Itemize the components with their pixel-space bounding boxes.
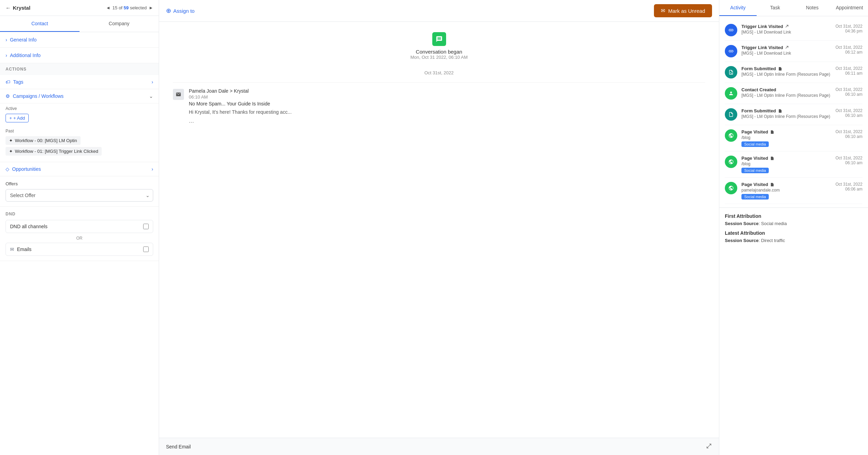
general-info-chevron-icon: ›	[6, 37, 7, 43]
nav-next-icon[interactable]: ►	[149, 5, 153, 10]
workflow-label-0: Workflow - 00: [MGS] LM Optin	[15, 138, 77, 143]
activity-item-3: Contact Created [MGS] - LM Optin Inline …	[725, 83, 862, 104]
plus-icon: +	[9, 115, 12, 121]
back-arrow-icon: ←	[6, 5, 11, 11]
activity-sub-5: /blog	[741, 135, 831, 140]
activity-icon-0	[725, 24, 737, 36]
actions-label: ACTIONS	[0, 63, 159, 75]
conversation-began-date: Mon, Oct 31 2022, 06:10 AM	[410, 55, 468, 60]
activity-icon-7	[725, 182, 737, 194]
select-offer-dropdown[interactable]: Select Offer	[6, 189, 153, 202]
tab-contact[interactable]: Contact	[0, 16, 80, 32]
activity-body-0: Trigger Link Visited [MGS] - LM Download…	[741, 24, 831, 35]
activity-sub-1: [MGS] - LM Download Link	[741, 51, 831, 56]
dnd-label: DND	[6, 212, 153, 216]
campaigns-row[interactable]: ⚙ Campaigns / Workflows ⌄	[0, 89, 159, 103]
activity-title-2: Form Submitted	[741, 66, 831, 71]
opportunities-row[interactable]: ◇ Opportunities ›	[0, 162, 159, 176]
tags-chevron-icon: ›	[151, 79, 153, 85]
assign-to-label: Assign to	[173, 8, 195, 14]
left-header: ← Krystal ◄ 15 of 59 selected ►	[0, 0, 159, 16]
attribution-section: First Attribution Session Source: Social…	[719, 207, 868, 250]
latest-attribution-session: Session Source: Direct traffic	[725, 238, 862, 243]
activity-item-7: Page Visited pamelajoandale.com Social m…	[725, 178, 862, 204]
opportunities-chevron-icon: ›	[151, 166, 153, 172]
send-email-label: Send Email	[166, 444, 191, 449]
activity-icon-2	[725, 66, 737, 78]
activity-date-7: Oct 31st, 2022 06:06 am	[835, 182, 862, 192]
tags-row[interactable]: 🏷 Tags ›	[0, 75, 159, 89]
additional-info-section: › Additional Info	[0, 48, 159, 63]
activity-item-6: Page Visited /blog Social media Oct 31st…	[725, 151, 862, 178]
activity-body-4: Form Submitted [MGS] - LM Optin Inline F…	[741, 108, 831, 119]
activity-sub-6: /blog	[741, 161, 831, 166]
mark-unread-button[interactable]: ✉ Mark as Unread	[654, 4, 712, 17]
activity-icon-3	[725, 87, 737, 100]
activity-title-5: Page Visited	[741, 129, 831, 134]
send-bar: Send Email	[159, 438, 719, 455]
email-mark-icon: ✉	[661, 8, 665, 14]
workflow-icon-1: ✦	[9, 149, 13, 154]
back-button[interactable]: ← Krystal	[6, 5, 30, 11]
contact-tabs: Contact Company	[0, 16, 159, 32]
nav-counter: ◄ 15 of 59 selected ►	[106, 5, 153, 10]
additional-info-label: Additional Info	[10, 53, 41, 58]
tab-company[interactable]: Company	[80, 16, 159, 32]
opportunities-label: Opportunities	[12, 166, 41, 172]
campaigns-row-left: ⚙ Campaigns / Workflows	[6, 93, 64, 99]
first-attribution-session: Session Source: Social media	[725, 221, 862, 226]
email-preview: Hi Krystal, It's here! Thanks for reques…	[189, 109, 705, 116]
activity-icon-6	[725, 156, 737, 168]
emails-row: ✉ Emails	[6, 243, 153, 256]
general-info-header[interactable]: › General Info	[0, 32, 159, 47]
dnd-all-channels-text: DND all channels	[10, 224, 47, 229]
emails-checkbox[interactable]	[143, 247, 149, 252]
middle-header: ⊕ Assign to ✉ Mark as Unread	[159, 0, 719, 22]
workflow-tag-0: ✦ Workflow - 00: [MGS] LM Optin	[6, 136, 81, 145]
offers-label: Offers	[6, 181, 153, 186]
social-badge-5: Social media	[741, 141, 769, 147]
add-btn-inner: + + Add	[6, 114, 29, 122]
activity-body-3: Contact Created [MGS] - LM Optin Inline …	[741, 87, 831, 98]
activity-date-6: Oct 31st, 2022 06:10 am	[835, 156, 862, 165]
activity-item-2: Form Submitted [MGS] - LM Optin Inline F…	[725, 62, 862, 83]
email-dots[interactable]: ...	[189, 117, 705, 124]
conversation-area: Conversation began Mon, Oct 31 2022, 06:…	[159, 22, 719, 438]
activity-item-4: Form Submitted [MGS] - LM Optin Inline F…	[725, 104, 862, 125]
email-subject: No More Spam... Your Guide Is Inside	[189, 101, 705, 106]
activity-date-1: Oct 31st, 2022 06:12 am	[835, 45, 862, 55]
tab-appointment[interactable]: Appointment	[831, 0, 868, 16]
additional-info-header[interactable]: › Additional Info	[0, 48, 159, 63]
tab-notes[interactable]: Notes	[794, 0, 831, 16]
activity-sub-4: [MGS] - LM Optin Inline Form (Resources …	[741, 114, 831, 119]
tab-task[interactable]: Task	[757, 0, 794, 16]
expand-icon[interactable]	[706, 443, 712, 450]
activity-title-7: Page Visited	[741, 182, 831, 187]
tags-label: Tags	[13, 79, 24, 85]
workflow-tag-1: ✦ Workflow - 01: [MGS] Trigger Link Clic…	[6, 147, 102, 156]
dnd-all-channels-checkbox[interactable]	[143, 224, 149, 229]
counter-text: 15 of 59 selected	[112, 5, 147, 10]
activity-sub-3: [MGS] - LM Optin Inline Form (Resources …	[741, 93, 831, 98]
middle-panel: ⊕ Assign to ✉ Mark as Unread Conversatio…	[159, 0, 719, 455]
opportunities-row-left: ◇ Opportunities	[6, 166, 41, 172]
tab-activity[interactable]: Activity	[719, 0, 757, 16]
active-label: Active	[6, 106, 153, 111]
activity-item-0: Trigger Link Visited [MGS] - LM Download…	[725, 20, 862, 41]
social-badge-6: Social media	[741, 168, 769, 173]
nav-prev-icon[interactable]: ◄	[106, 5, 110, 10]
activity-sub-7: pamelajoandale.com	[741, 188, 831, 193]
activity-icon-5	[725, 129, 737, 142]
dnd-all-channels-row: DND all channels	[6, 220, 153, 233]
general-info-section: › General Info	[0, 32, 159, 48]
activity-body-1: Trigger Link Visited [MGS] - LM Download…	[741, 45, 831, 56]
tag-icon: 🏷	[6, 79, 10, 85]
right-panel: Activity Task Notes Appointment Trigger …	[719, 0, 868, 455]
mark-unread-label: Mark as Unread	[668, 8, 705, 14]
assign-to-button[interactable]: ⊕ Assign to	[166, 7, 195, 15]
activity-list: Trigger Link Visited [MGS] - LM Download…	[719, 16, 868, 207]
select-offer-wrapper: Select Offer ⌄	[6, 189, 153, 202]
add-workflow-button[interactable]: + + Add	[6, 114, 153, 126]
campaigns-body: Active + + Add Past ✦ Workflow - 00: [MG…	[0, 103, 159, 162]
workflow-label-1: Workflow - 01: [MGS] Trigger Link Clicke…	[15, 149, 98, 154]
